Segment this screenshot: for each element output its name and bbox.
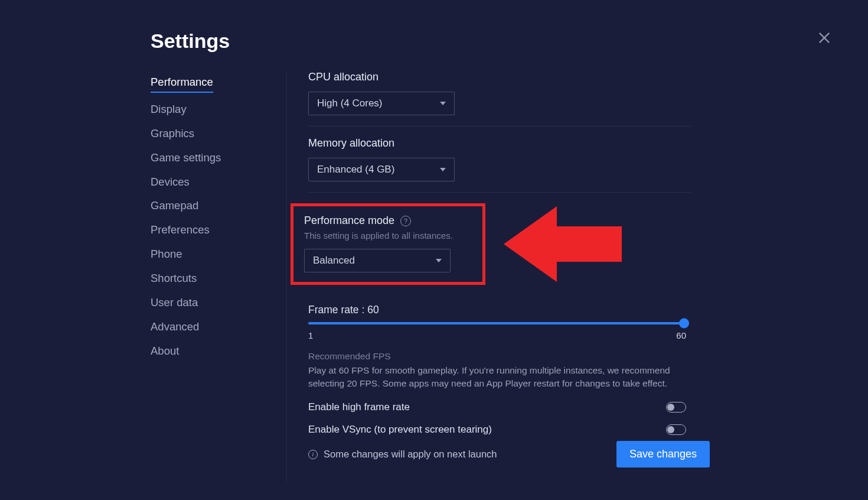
- memory-allocation-value: Enhanced (4 GB): [317, 164, 394, 176]
- memory-allocation-label: Memory allocation: [308, 137, 691, 150]
- sidebar-item-performance[interactable]: Performance: [151, 74, 213, 93]
- toggle-knob: [667, 426, 674, 433]
- chevron-down-icon: [440, 168, 446, 171]
- help-icon[interactable]: ?: [400, 216, 411, 226]
- high-frame-rate-toggle[interactable]: [666, 402, 686, 413]
- cpu-allocation-label: CPU allocation: [308, 71, 691, 83]
- sidebar-item-display[interactable]: Display: [151, 102, 269, 117]
- vsync-row: Enable VSync (to prevent screen tearing): [308, 424, 686, 436]
- frame-rate-value: 60: [367, 304, 378, 316]
- vsync-toggle[interactable]: [666, 424, 686, 435]
- settings-footer: i Some changes will apply on next launch…: [308, 441, 710, 467]
- sidebar-item-devices[interactable]: Devices: [151, 174, 269, 190]
- recommended-fps-body: Play at 60 FPS for smooth gameplay. If y…: [308, 364, 686, 391]
- performance-mode-highlight: Performance mode ? This setting is appli…: [291, 203, 485, 285]
- frame-rate-slider[interactable]: [308, 322, 684, 324]
- page-title: Settings: [151, 30, 230, 53]
- cpu-allocation-select[interactable]: High (4 Cores): [308, 92, 455, 115]
- memory-allocation-select[interactable]: Enhanced (4 GB): [308, 158, 455, 181]
- footer-note-text: Some changes will apply on next launch: [324, 449, 497, 460]
- settings-modal: Settings Performance Display Graphics Ga…: [0, 0, 868, 500]
- cpu-allocation-value: High (4 Cores): [317, 98, 383, 109]
- content-divider: [286, 71, 287, 482]
- frame-rate-section: Frame rate : 60 1 60 Recommended FPS Pla…: [308, 304, 686, 436]
- footer-note: i Some changes will apply on next launch: [308, 449, 497, 460]
- settings-content: CPU allocation High (4 Cores) Memory all…: [308, 71, 691, 436]
- sidebar-item-user-data[interactable]: User data: [151, 295, 269, 310]
- chevron-down-icon: [436, 259, 442, 262]
- frame-rate-slider-thumb[interactable]: [679, 319, 689, 329]
- sidebar-item-phone[interactable]: Phone: [151, 246, 269, 262]
- frame-rate-max: 60: [676, 330, 686, 340]
- sidebar-item-advanced[interactable]: Advanced: [151, 319, 269, 335]
- sidebar-item-preferences[interactable]: Preferences: [151, 222, 269, 238]
- frame-rate-label: Frame rate : 60: [308, 304, 686, 316]
- close-button[interactable]: [816, 30, 833, 46]
- sidebar-item-gamepad[interactable]: Gamepad: [151, 198, 269, 213]
- performance-mode-value: Balanced: [313, 255, 355, 267]
- recommended-fps: Recommended FPS Play at 60 FPS for smoot…: [308, 351, 686, 391]
- cpu-allocation-section: CPU allocation High (4 Cores): [308, 71, 691, 126]
- vsync-label: Enable VSync (to prevent screen tearing): [308, 424, 492, 436]
- recommended-fps-heading: Recommended FPS: [308, 351, 686, 362]
- chevron-down-icon: [440, 102, 446, 105]
- frame-rate-range: 1 60: [308, 330, 686, 340]
- annotation-arrow-icon: [504, 203, 622, 285]
- high-frame-rate-row: Enable high frame rate: [308, 401, 686, 413]
- sidebar-item-shortcuts[interactable]: Shortcuts: [151, 271, 269, 286]
- svg-marker-2: [504, 206, 622, 282]
- sidebar-item-game-settings[interactable]: Game settings: [151, 150, 269, 165]
- performance-mode-hint: This setting is applied to all instances…: [304, 230, 472, 241]
- performance-mode-label-text: Performance mode: [304, 215, 394, 227]
- performance-mode-label: Performance mode ?: [304, 215, 472, 227]
- sidebar-item-graphics[interactable]: Graphics: [151, 126, 269, 141]
- sidebar-item-about[interactable]: About: [151, 343, 269, 359]
- performance-mode-select[interactable]: Balanced: [304, 249, 451, 272]
- toggle-knob: [667, 404, 674, 411]
- save-changes-button[interactable]: Save changes: [616, 441, 710, 467]
- close-icon: [816, 30, 833, 46]
- info-icon: i: [308, 450, 318, 459]
- high-frame-rate-label: Enable high frame rate: [308, 401, 410, 413]
- frame-rate-label-prefix: Frame rate :: [308, 304, 367, 316]
- memory-allocation-section: Memory allocation Enhanced (4 GB): [308, 137, 691, 193]
- settings-sidebar: Performance Display Graphics Game settin…: [151, 74, 269, 359]
- frame-rate-min: 1: [308, 330, 313, 340]
